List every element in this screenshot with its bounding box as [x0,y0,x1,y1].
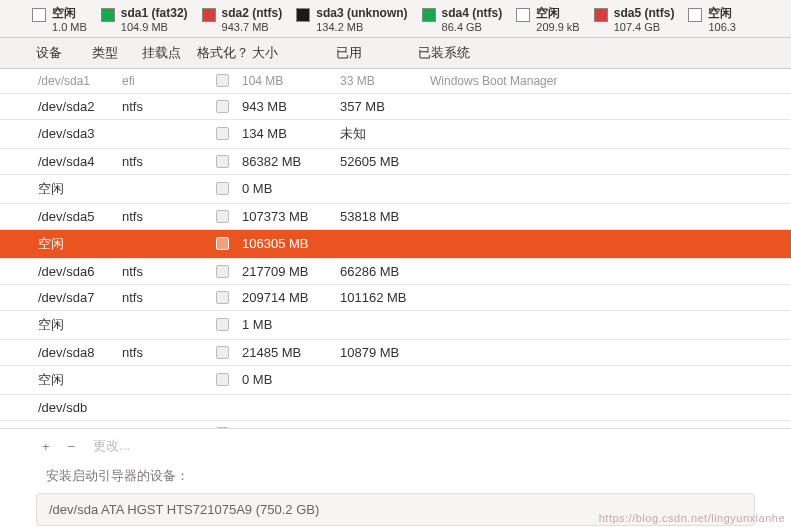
table-row[interactable]: /dev/sda8ntfs21485 MB10879 MB [0,340,791,366]
format-checkbox[interactable] [216,74,229,87]
legend-swatch [422,8,436,22]
cell-device: /dev/sda8 [0,345,122,360]
col-type[interactable]: 类型 [92,44,142,62]
cell-size: 209714 MB [242,290,340,305]
table-row[interactable]: /dev/sda4ntfs86382 MB52605 MB [0,149,791,175]
format-checkbox[interactable] [216,346,229,359]
cell-device: 空闲 [0,316,122,334]
cell-format [202,155,242,168]
legend-size: 107.4 GB [614,21,675,35]
col-device[interactable]: 设备 [0,44,92,62]
cell-format [202,265,242,278]
table-row[interactable]: 空闲0 MB [0,366,791,395]
legend-item: sda1 (fat32)104.9 MB [101,6,188,35]
cell-format [202,291,242,304]
format-checkbox[interactable] [216,237,229,250]
cell-format [202,74,242,87]
legend-size: 209.9 kB [536,21,579,35]
cell-device: /dev/sda5 [0,209,122,224]
legend-label: 空闲 [708,6,736,21]
format-checkbox[interactable] [216,100,229,113]
change-button[interactable]: 更改... [87,435,136,457]
col-mount[interactable]: 挂载点 [142,44,194,62]
add-button[interactable]: + [36,437,56,456]
cell-used: 357 MB [340,99,430,114]
cell-used: 53818 MB [340,209,430,224]
legend-size: 943.7 MB [222,21,283,35]
legend-item: sda3 (unknown)134.2 MB [296,6,407,35]
col-used[interactable]: 已用 [336,44,418,62]
cell-type: ntfs [122,154,162,169]
legend-swatch [688,8,702,22]
cell-type: ntfs [122,264,162,279]
cell-format [202,346,242,359]
cell-device: /dev/sda6 [0,264,122,279]
legend-label: sda1 (fat32) [121,6,188,21]
legend-label: sda2 (ntfs) [222,6,283,21]
table-row[interactable]: /dev/sda6ntfs217709 MB66286 MB [0,259,791,285]
legend-size: 106.3 [708,21,736,35]
legend-size: 1.0 MB [52,21,87,35]
cell-device: 空闲 [0,371,122,389]
table-row[interactable]: /dev/sda2ntfs943 MB357 MB [0,94,791,120]
table-row[interactable]: /dev/sda1efi104 MB33 MBWindows Boot Mana… [0,69,791,94]
table-row[interactable]: 空闲0 MB [0,175,791,204]
remove-button[interactable]: − [62,437,82,456]
format-checkbox[interactable] [216,291,229,304]
format-checkbox[interactable] [216,318,229,331]
cell-device: 空闲 [0,235,122,253]
table-row[interactable]: /dev/sda3134 MB未知 [0,120,791,149]
col-size[interactable]: 大小 [252,44,336,62]
legend-swatch [594,8,608,22]
legend-label: sda3 (unknown) [316,6,407,21]
format-checkbox[interactable] [216,127,229,140]
legend-item: sda2 (ntfs)943.7 MB [202,6,283,35]
cell-size: 104 MB [242,74,340,88]
cell-used: 66286 MB [340,264,430,279]
legend-size: 134.2 MB [316,21,407,35]
table-row[interactable]: 空闲1 MB [0,311,791,340]
cell-format [202,318,242,331]
cell-used: 10879 MB [340,345,430,360]
table-row[interactable]: /dev/sda5ntfs107373 MB53818 MB [0,204,791,230]
legend-swatch [101,8,115,22]
table-row[interactable]: 空闲106305 MB [0,230,791,259]
cell-system: Windows Boot Manager [430,74,791,88]
partition-rows: /dev/sda1efi104 MB33 MBWindows Boot Mana… [0,69,791,428]
col-format[interactable]: 格式化？ [194,44,252,62]
cell-device: 空闲 [0,180,122,198]
legend-swatch [202,8,216,22]
table-row[interactable]: /dev/sda7ntfs209714 MB101162 MB [0,285,791,311]
cell-format [202,237,242,250]
cell-format [202,100,242,113]
cell-device: /dev/sdb [0,400,122,415]
cell-device: /dev/sda7 [0,290,122,305]
cell-device: /dev/sda3 [0,126,122,141]
cell-type: ntfs [122,209,162,224]
cell-device: /dev/sda2 [0,99,122,114]
cell-size: 21485 MB [242,345,340,360]
legend-swatch [516,8,530,22]
format-checkbox[interactable] [216,155,229,168]
cell-used: 未知 [340,125,430,143]
cell-type: ntfs [122,290,162,305]
legend-item: 空闲1.0 MB [32,6,87,35]
cell-used: 52605 MB [340,154,430,169]
watermark: https://blog.csdn.net/lingyunxianhe [599,512,785,524]
cell-format [202,182,242,195]
cell-size: 943 MB [242,99,340,114]
legend-size: 86.4 GB [442,21,503,35]
legend-item: sda4 (ntfs)86.4 GB [422,6,503,35]
col-system[interactable]: 已装系统 [418,44,791,62]
partition-table: 设备 类型 挂载点 格式化？ 大小 已用 已装系统 /dev/sda1efi10… [0,37,791,428]
table-header: 设备 类型 挂载点 格式化？ 大小 已用 已装系统 [0,37,791,69]
cell-device: /dev/sda1 [0,74,122,88]
table-row[interactable]: /dev/sdb [0,395,791,421]
format-checkbox[interactable] [216,265,229,278]
cell-format [202,210,242,223]
table-row[interactable]: /dev/sdb1fat3213826 MB33 MB [0,421,791,428]
cell-used: 33 MB [340,74,430,88]
format-checkbox[interactable] [216,210,229,223]
format-checkbox[interactable] [216,373,229,386]
format-checkbox[interactable] [216,182,229,195]
